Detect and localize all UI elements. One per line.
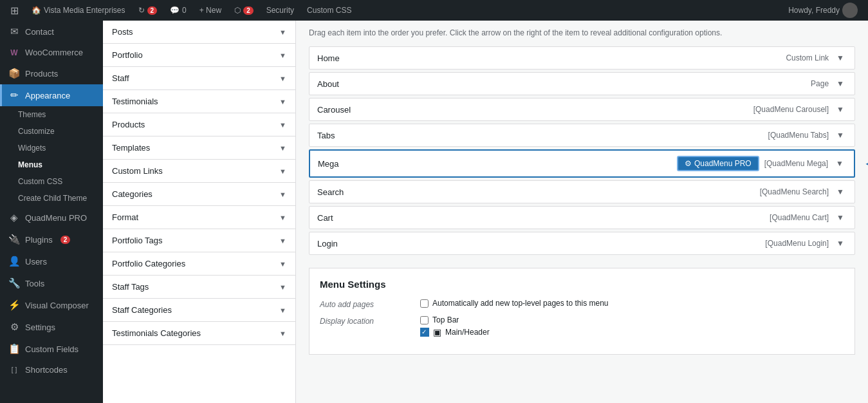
comments-icon: 💬 xyxy=(170,6,180,15)
woocommerce-icon: W xyxy=(8,48,20,57)
theme-icon: ⬡ xyxy=(234,6,241,15)
site-name[interactable]: 🏠 Vista Media Enterprises xyxy=(26,0,131,21)
accordion-arrow-portfolio-tags: ▼ xyxy=(279,237,286,245)
instruction-text: Drag each item into the order you prefer… xyxy=(309,27,855,39)
gear-icon: ⚙ xyxy=(685,159,692,168)
sidebar-item-shortcodes[interactable]: [ ] Shortcodes xyxy=(0,360,103,380)
new-content-link[interactable]: + New xyxy=(194,0,226,21)
menu-row-about[interactable]: About Page ▼ xyxy=(309,72,855,95)
submenu-customize[interactable]: Customize xyxy=(0,123,103,140)
updates-icon: ↻ xyxy=(138,6,145,15)
accordion-arrow-staff-tags: ▼ xyxy=(279,283,286,291)
accordion-posts[interactable]: Posts ▼ xyxy=(103,21,295,44)
sidebar-item-woocommerce[interactable]: W WooCommerce xyxy=(0,42,103,62)
user-avatar xyxy=(842,3,858,18)
users-icon: 👤 xyxy=(8,256,20,267)
main-header-icon: ▣ xyxy=(433,327,441,337)
submenu-custom-css[interactable]: Custom CSS xyxy=(0,173,103,190)
accordion-arrow-products: ▼ xyxy=(279,121,286,129)
menu-row-home[interactable]: Home Custom Link ▼ xyxy=(309,46,855,70)
menu-row-cart[interactable]: Cart [QuadMenu Cart] ▼ xyxy=(309,206,855,229)
sidebar-item-settings[interactable]: ⚙ Settings xyxy=(0,316,103,338)
accordion-format[interactable]: Format ▼ xyxy=(103,206,295,229)
theme-updates-link[interactable]: ⬡ 2 xyxy=(229,0,259,21)
sidebar-item-quadmenu-pro[interactable]: ◈ QuadMenu PRO xyxy=(0,207,103,229)
mega-dropdown-arrow[interactable]: ▼ xyxy=(833,158,846,169)
submenu-create-child-theme[interactable]: Create Child Theme xyxy=(0,190,103,207)
sidebar-item-appearance[interactable]: ✏ Appearance xyxy=(0,84,103,106)
auto-add-pages-checkbox[interactable] xyxy=(420,299,429,308)
accordion-arrow-staff: ▼ xyxy=(279,75,286,82)
home-icon: 🏠 xyxy=(32,6,41,15)
accordion-custom-links[interactable]: Custom Links ▼ xyxy=(103,160,295,183)
quadmenu-pro-button[interactable]: ⚙ QuadMenu PRO xyxy=(677,156,759,171)
carousel-dropdown-arrow[interactable]: ▼ xyxy=(834,104,847,115)
visual-composer-icon: ⚡ xyxy=(8,299,20,311)
sidebar-item-plugins[interactable]: 🔌 Plugins 2 xyxy=(0,229,103,250)
accordion-templates[interactable]: Templates ▼ xyxy=(103,136,295,160)
accordion-arrow-format: ▼ xyxy=(279,214,286,221)
login-dropdown-arrow[interactable]: ▼ xyxy=(834,238,847,249)
comments-link[interactable]: 💬 0 xyxy=(165,0,192,21)
accordion-arrow-custom-links: ▼ xyxy=(279,167,286,175)
submenu-themes[interactable]: Themes xyxy=(0,106,103,123)
tabs-dropdown-arrow[interactable]: ▼ xyxy=(834,129,847,141)
settings-icon: ⚙ xyxy=(8,321,20,333)
search-dropdown-arrow[interactable]: ▼ xyxy=(834,186,847,198)
admin-sidebar: ✉ Contact W WooCommerce 📦 Products ✏ App… xyxy=(0,21,103,403)
accordion-testimonials-categories[interactable]: Testimonials Categories ▼ xyxy=(103,322,295,345)
custom-css-link[interactable]: Custom CSS xyxy=(302,0,356,21)
sidebar-item-contact[interactable]: ✉ Contact xyxy=(0,21,103,42)
menu-row-login[interactable]: Login [QuadMenu Login] ▼ xyxy=(309,232,855,255)
cart-dropdown-arrow[interactable]: ▼ xyxy=(834,212,847,223)
sidebar-item-products[interactable]: 📦 Products xyxy=(0,62,103,84)
wp-icon: ⊞ xyxy=(10,5,19,17)
accordion-arrow-testimonials-categories: ▼ xyxy=(279,330,286,337)
menu-row-search[interactable]: Search [QuadMenu Search] ▼ xyxy=(309,180,855,203)
menu-row-mega[interactable]: Mega ⚙ QuadMenu PRO [QuadMenu Mega] ▼ ◀ xyxy=(309,149,855,178)
sidebar-item-visual-composer[interactable]: ⚡ Visual Composer xyxy=(0,294,103,316)
accordion-panel: Posts ▼ Portfolio ▼ Staff ▼ xyxy=(103,21,296,403)
quadmenu-icon: ◈ xyxy=(8,212,20,223)
submenu-widgets[interactable]: Widgets xyxy=(0,140,103,156)
accordion-arrow-templates: ▼ xyxy=(279,144,286,152)
admin-bar: ⊞ 🏠 Vista Media Enterprises ↻ 2 💬 0 + Ne… xyxy=(0,0,868,21)
sidebar-item-users[interactable]: 👤 Users xyxy=(0,250,103,272)
sidebar-item-custom-fields[interactable]: 📋 Custom Fields xyxy=(0,338,103,360)
auto-add-pages-row: Auto add pages Automatically add new top… xyxy=(320,299,844,309)
display-location-row: Display location Top Bar ▣ Main/Header xyxy=(320,315,844,337)
accordion-testimonials[interactable]: Testimonials ▼ xyxy=(103,90,295,113)
home-dropdown-arrow[interactable]: ▼ xyxy=(834,52,847,64)
about-dropdown-arrow[interactable]: ▼ xyxy=(834,78,847,89)
menu-row-carousel[interactable]: Carousel [QuadMenu Carousel] ▼ xyxy=(309,98,855,121)
accordion-portfolio-tags[interactable]: Portfolio Tags ▼ xyxy=(103,229,295,252)
wp-logo[interactable]: ⊞ xyxy=(5,0,24,21)
contact-icon: ✉ xyxy=(8,26,20,37)
accordion-categories[interactable]: Categories ▼ xyxy=(103,183,295,206)
menu-row-tabs[interactable]: Tabs [QuadMenu Tabs] ▼ xyxy=(309,124,855,147)
accordion-staff-tags[interactable]: Staff Tags ▼ xyxy=(103,276,295,299)
custom-fields-icon: 📋 xyxy=(8,343,20,355)
products-icon: 📦 xyxy=(8,68,20,79)
accordion-portfolio-categories[interactable]: Portfolio Categories ▼ xyxy=(103,252,295,276)
sidebar-item-tools[interactable]: 🔧 Tools xyxy=(0,272,103,294)
accordion-arrow-portfolio-categories: ▼ xyxy=(279,260,286,268)
howdy-user[interactable]: Howdy, Freddy xyxy=(783,0,863,21)
menu-settings-title: Menu Settings xyxy=(320,279,844,290)
accordion-arrow-staff-categories: ▼ xyxy=(279,306,286,314)
accordion-arrow-testimonials: ▼ xyxy=(279,98,286,106)
tools-icon: 🔧 xyxy=(8,277,20,289)
top-bar-checkbox[interactable] xyxy=(420,316,429,324)
updates-link[interactable]: ↻ 2 xyxy=(133,0,163,21)
submenu-menus[interactable]: Menus xyxy=(0,156,103,173)
appearance-icon: ✏ xyxy=(8,89,20,101)
accordion-staff-categories[interactable]: Staff Categories ▼ xyxy=(103,299,295,322)
accordion-products[interactable]: Products ▼ xyxy=(103,113,295,136)
menu-settings-section: Menu Settings Auto add pages Automatical… xyxy=(309,268,855,355)
security-link[interactable]: Security xyxy=(261,0,299,21)
menu-builder-panel: Drag each item into the order you prefer… xyxy=(296,21,868,403)
main-header-checkbox-checked xyxy=(420,328,429,337)
accordion-arrow-posts: ▼ xyxy=(279,28,286,36)
accordion-staff[interactable]: Staff ▼ xyxy=(103,67,295,90)
accordion-portfolio[interactable]: Portfolio ▼ xyxy=(103,44,295,67)
